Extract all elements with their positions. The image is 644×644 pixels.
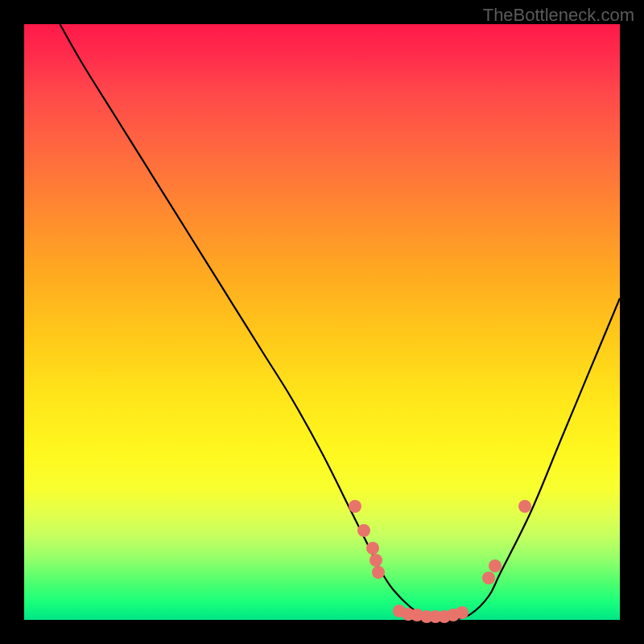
bottleneck-curve <box>24 24 620 620</box>
watermark-text: TheBottleneck.com <box>483 5 634 26</box>
chart-plot-area <box>24 24 620 620</box>
data-point <box>372 566 385 579</box>
data-point <box>489 559 502 572</box>
data-point <box>518 500 531 513</box>
data-point <box>349 500 361 513</box>
data-point <box>482 572 495 584</box>
data-point <box>456 606 469 619</box>
data-point <box>357 524 370 537</box>
data-point <box>366 542 379 555</box>
data-point <box>369 554 382 567</box>
